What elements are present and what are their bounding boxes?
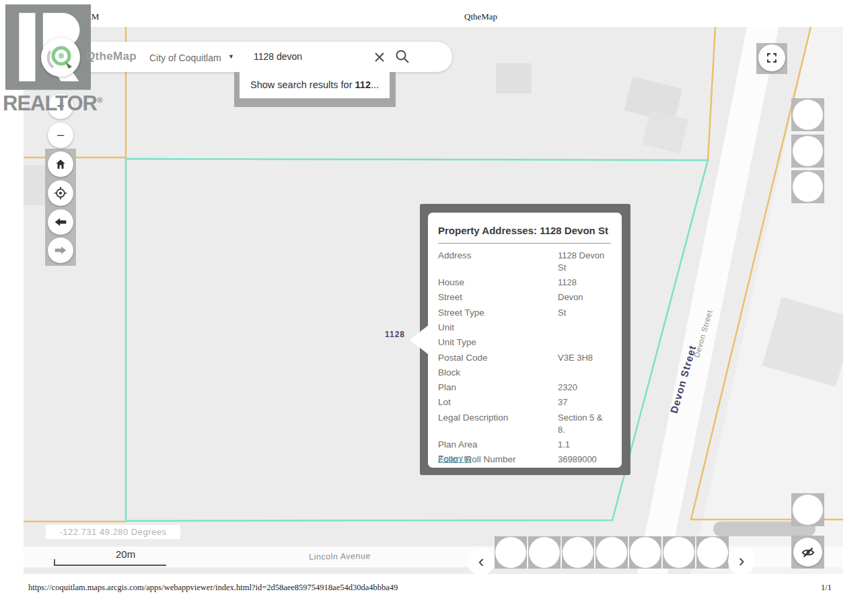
chevron-right-icon: › (739, 550, 745, 571)
scale-label: 20m (116, 548, 135, 560)
minus-icon: − (57, 128, 65, 143)
fullscreen-icon (766, 52, 778, 64)
scale-bar (54, 559, 166, 566)
search-suggestion-item[interactable]: Show search results for 112... (240, 72, 390, 98)
search-brand-label: QtheMap (86, 50, 137, 63)
popup-row: Unit (438, 322, 611, 334)
street-label-lincoln: Lincoln Avenue (289, 551, 390, 563)
region-selector[interactable]: City of Coquitlam (149, 52, 221, 63)
print-page-indicator: 1/1 (821, 583, 832, 593)
popup-row: House1128 (438, 277, 611, 289)
basemap-thumb[interactable] (663, 536, 695, 569)
popup-row: StreetDevon (438, 291, 611, 303)
widget-button[interactable] (793, 495, 823, 525)
widget-button[interactable] (793, 100, 823, 130)
home-button[interactable] (48, 151, 73, 177)
next-extent-button[interactable] (48, 238, 73, 263)
print-doc-title: QtheMap (464, 11, 497, 22)
popup-row: Street TypeSt (438, 307, 611, 319)
chevron-left-icon: ‹ (478, 551, 484, 571)
home-icon (55, 158, 67, 170)
popup-row: Lot37 (438, 396, 611, 408)
fullscreen-button[interactable] (758, 44, 785, 71)
zoom-to-link[interactable]: Zoom to (438, 454, 472, 464)
search-input[interactable]: 1128 devon (254, 51, 302, 62)
basemap-thumb[interactable] (528, 536, 560, 569)
popup-pointer (410, 325, 429, 355)
carousel-next-button[interactable]: › (728, 548, 755, 575)
widget-button[interactable] (793, 136, 823, 166)
previous-extent-button[interactable] (48, 209, 73, 235)
hide-labels-button[interactable] (793, 538, 822, 567)
basemap-thumb[interactable] (595, 536, 628, 569)
zoom-out-button[interactable]: − (48, 122, 73, 148)
print-preview-page: 10/23/25, 11:17 AM QtheMap 1128 D (0, 0, 868, 611)
parcel-number-label: 1128 (385, 330, 405, 339)
popup-row: Address1128 Devon St (438, 250, 611, 274)
popup-row: Postal CodeV3E 3H8 (438, 352, 611, 364)
popup-title: Property Addresses: 1128 Devon St (438, 225, 611, 244)
property-popup: Property Addresses: 1128 Devon St Addres… (428, 213, 622, 468)
chevron-down-icon[interactable]: ▼ (228, 53, 234, 60)
basemap-thumb[interactable] (696, 536, 729, 569)
arrow-right-icon (54, 244, 67, 257)
basemap-thumb[interactable] (629, 536, 661, 569)
popup-row: Block (438, 367, 611, 379)
basemap-thumb[interactable] (495, 536, 527, 569)
qthemap-logo (41, 38, 80, 77)
realtor-watermark-text: REALTOR® (3, 92, 110, 116)
popup-row: Legal DescriptionSection 5 & 8. (438, 412, 611, 436)
carousel-prev-button[interactable]: ‹ (468, 548, 495, 575)
crosshair-target-icon (54, 186, 67, 200)
search-icon[interactable] (394, 48, 410, 65)
locate-button[interactable] (48, 180, 73, 206)
arrow-left-icon (54, 215, 67, 229)
coordinates-readout: -122.731 49.280 Degrees (46, 525, 180, 539)
eye-slash-icon (801, 545, 816, 560)
print-url: https://coquitlam.maps.arcgis.com/apps/w… (28, 583, 398, 593)
basemap-thumb[interactable] (562, 536, 594, 569)
popup-row: Unit Type (438, 336, 611, 349)
building-footprint (496, 63, 532, 94)
widget-button[interactable] (793, 172, 823, 202)
popup-row: Plan Area1.1 (438, 439, 611, 451)
popup-row: Plan2320 (438, 382, 611, 394)
clear-search-icon[interactable] (372, 50, 387, 65)
